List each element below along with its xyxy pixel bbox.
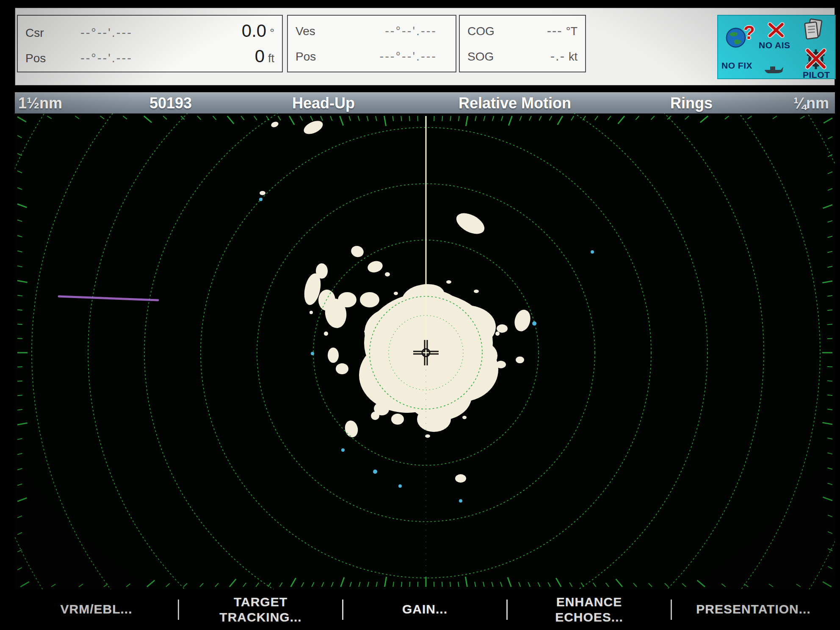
cursor-bearing-value: 0.0 ° [242, 21, 274, 41]
cog-sog-box: COG --- °T SOG -.- kt [459, 15, 586, 72]
boat-icon [764, 65, 784, 76]
radar-echoes [260, 118, 533, 483]
vessel-label: Ves [296, 25, 332, 38]
vessel-pos-coordinate: ---°--'.--- [332, 50, 448, 64]
cursor-coordinate: --°--'.--- [80, 26, 242, 40]
no-ais-cross-icon [766, 22, 786, 41]
cog-label: COG [467, 25, 504, 38]
ring-interval[interactable]: ¼nm [793, 94, 829, 112]
menu-item-enhance-echoes[interactable]: ENHANCE ECHOES... [508, 589, 671, 630]
soft-key-menu: VRM/EBL... TARGET TRACKING... GAIN... EN… [15, 589, 835, 630]
chart-papers-icon [802, 17, 826, 44]
cog-value: --- °T [547, 23, 578, 39]
radar-screen: Csr --°--'.--- 0.0 ° Pos --°--'.--- 0 ft… [15, 8, 835, 622]
rings-label[interactable]: Rings [670, 94, 713, 112]
cursor-readout-box: Csr --°--'.--- 0.0 ° Pos --°--'.--- 0 ft [17, 15, 283, 72]
vessel-position-row: Pos ---°--'.--- [288, 50, 456, 64]
range-scale[interactable]: 1½nm [18, 94, 62, 112]
pilot-indicator: PILOT [803, 70, 830, 80]
cursor-pos-label: Pos [25, 52, 62, 65]
orientation-mode[interactable]: Head-Up [292, 94, 355, 112]
menu-item-gain[interactable]: GAIN... [343, 589, 506, 630]
status-bar: 1½nm 50193 Head-Up Relative Motion Rings… [15, 92, 835, 114]
pilot-wheel-cross-icon [804, 48, 827, 72]
interference-streak [59, 296, 158, 300]
no-fix-indicator: NO FIX [721, 61, 752, 71]
cursor-depth-value: 0 ft [255, 46, 274, 66]
menu-item-vrm-ebl[interactable]: VRM/EBL... [15, 589, 178, 630]
sog-row: SOG -.- kt [460, 49, 585, 64]
vessel-readout-box: Ves --°--'.--- Pos ---°--'.--- [287, 15, 456, 72]
question-mark-icon: ? [743, 23, 755, 42]
cursor-label: Csr [25, 26, 62, 40]
radar-svg [15, 113, 835, 589]
radar-ppi-display[interactable] [15, 113, 835, 589]
vessel-coordinate: --°--'.--- [332, 24, 448, 38]
radar-display-photo: { "header": { "cursor_box": { "rows": [ … [0, 0, 840, 630]
motion-mode[interactable]: Relative Motion [459, 94, 571, 112]
status-indicator-panel: ? NO FIX NO AIS [717, 15, 836, 79]
vessel-row: Ves --°--'.--- [288, 24, 456, 38]
cursor-bearing-row: Csr --°--'.--- 0.0 ° [18, 21, 282, 41]
sog-label: SOG [467, 50, 504, 64]
no-ais-indicator: NO AIS [759, 40, 790, 50]
menu-item-target-tracking[interactable]: TARGET TRACKING... [179, 589, 342, 630]
cog-row: COG --- °T [460, 23, 585, 39]
cursor-pos-coordinate: --°--'.--- [80, 51, 255, 65]
vessel-pos-label: Pos [296, 50, 332, 64]
sog-value: -.- kt [550, 49, 578, 64]
data-header: Csr --°--'.--- 0.0 ° Pos --°--'.--- 0 ft… [15, 8, 835, 86]
menu-item-presentation[interactable]: PRESENTATION... [672, 589, 835, 630]
tuning-value: 50193 [149, 94, 192, 112]
cursor-position-row: Pos --°--'.--- 0 ft [18, 46, 282, 66]
